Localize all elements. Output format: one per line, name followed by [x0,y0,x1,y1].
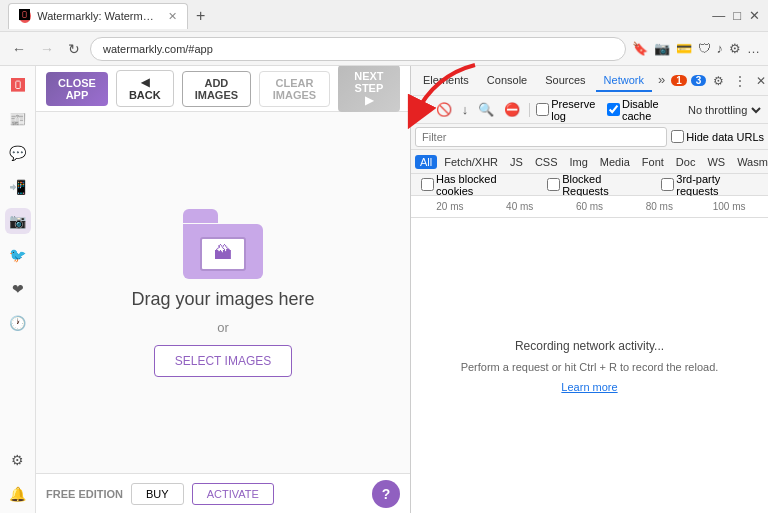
sidebar-messenger-icon[interactable]: 💬 [5,140,31,166]
help-button[interactable]: ? [372,480,400,508]
close-button[interactable]: ✕ [749,8,760,23]
filter-fetch-xhr[interactable]: Fetch/XHR [439,155,503,169]
filter-button[interactable]: ⛔ [501,101,523,118]
has-blocked-cookies-checkbox[interactable] [421,178,434,191]
blocked-requests-checkbox[interactable] [547,178,560,191]
opera-sidebar: 🅾 📰 💬 📲 📷 🐦 ❤ 🕐 ⚙ 🔔 [0,66,36,513]
sidebar-notification-icon[interactable]: 🔔 [5,481,31,507]
filter-input[interactable] [415,127,667,147]
disable-cache-checkbox[interactable] [607,103,620,116]
devtools-panel: Elements Console Sources Network » 1 3 ⚙… [410,66,768,513]
select-images-button[interactable]: SELECT IMAGES [154,345,292,377]
sidebar-twitter-icon[interactable]: 🐦 [5,242,31,268]
sidebar-heart-icon[interactable]: ❤ [5,276,31,302]
filter-css[interactable]: CSS [530,155,563,169]
buy-button[interactable]: BUY [131,483,184,505]
close-app-button[interactable]: CLOSE APP [46,72,108,106]
filter-ws[interactable]: WS [702,155,730,169]
devtools-filter-types: All Fetch/XHR JS CSS Img Media Font Doc … [411,150,768,174]
filter-media[interactable]: Media [595,155,635,169]
record-button[interactable]: ● [415,101,429,118]
filter-js[interactable]: JS [505,155,528,169]
import-button[interactable]: ↓ [459,101,472,118]
devtools-toolbar: ● 🚫 ↓ 🔍 ⛔ Preserve log Disable cache No … [411,96,768,124]
activate-button[interactable]: ACTIVATE [192,483,274,505]
content-area: 🅾 📰 💬 📲 📷 🐦 ❤ 🕐 ⚙ 🔔 CLOSE APP ◀ BACK ADD… [0,66,768,513]
tab-close-icon[interactable]: ✕ [168,10,177,23]
sidebar-history-icon[interactable]: 🕐 [5,310,31,336]
new-tab-button[interactable]: + [192,7,209,25]
devtools-filter-row: Hide data URLs [411,124,768,150]
network-empty-area: Recording network activity... Perform a … [411,218,768,513]
app-main: 🏔 Drag your images here or SELECT IMAGES [36,112,410,473]
has-blocked-cookies-label[interactable]: Has blocked cookies [421,173,535,197]
disable-cache-label[interactable]: Disable cache [607,98,680,122]
address-bar: ← → ↻ 🔖 📷 💳 🛡 ♪ ⚙ … [0,32,768,66]
preserve-log-label[interactable]: Preserve log [536,98,603,122]
reload-button[interactable]: ↻ [64,39,84,59]
preserve-log-checkbox[interactable] [536,103,549,116]
browser-frame: 🅾 Watermarkly: Watermark P... ✕ + — □ ✕ … [0,0,768,513]
clear-network-button[interactable]: 🚫 [433,101,455,118]
tab-favicon: 🅾 [19,9,31,23]
search-network-button[interactable]: 🔍 [475,101,497,118]
sidebar-instagram-icon[interactable]: 📷 [5,208,31,234]
hide-data-urls-checkbox[interactable] [671,130,684,143]
devtools-blocked-row: Has blocked cookies Blocked Requests 3rd… [411,174,768,196]
minimize-button[interactable]: — [712,8,725,23]
devtools-tab-more[interactable]: » [654,70,669,91]
more-icon[interactable]: … [747,41,760,56]
settings-icon[interactable]: ⚙ [729,41,741,56]
tab-label: Watermarkly: Watermark P... [37,10,158,22]
sidebar-home-icon[interactable]: 🅾 [5,72,31,98]
address-input[interactable] [90,37,626,61]
hide-data-urls-label[interactable]: Hide data URLs [671,130,764,143]
app-toolbar: CLOSE APP ◀ BACK ADD IMAGES CLEAR IMAGES… [36,66,410,112]
devtools-tab-console[interactable]: Console [479,70,535,92]
learn-more-link[interactable]: Learn more [561,381,617,393]
throttle-select[interactable]: No throttling [684,103,764,117]
devtools-tab-sources[interactable]: Sources [537,70,593,92]
devtools-settings-icon[interactable]: ⚙ [710,72,727,90]
filter-wasm[interactable]: Wasm [732,155,768,169]
filter-all[interactable]: All [415,155,437,169]
third-party-requests-label[interactable]: 3rd-party requests [661,173,764,197]
wallet-icon[interactable]: 💳 [676,41,692,56]
devtools-more-icon[interactable]: ⋮ [731,72,749,90]
browser-tab[interactable]: 🅾 Watermarkly: Watermark P... ✕ [8,3,188,29]
blocked-requests-label[interactable]: Blocked Requests [547,173,649,197]
sidebar-news-icon[interactable]: 📰 [5,106,31,132]
next-step-button: NEXT STEP ▶ [338,66,400,112]
title-bar-icons: — □ ✕ [712,8,760,23]
drop-or-label: or [217,320,229,335]
add-images-button[interactable]: ADD IMAGES [182,71,251,107]
sidebar-settings-icon[interactable]: ⚙ [5,447,31,473]
devtools-tab-network[interactable]: Network [596,70,652,92]
screenshot-icon[interactable]: 📷 [654,41,670,56]
music-icon[interactable]: ♪ [717,41,724,56]
back-app-button[interactable]: ◀ BACK [116,70,174,107]
forward-button[interactable]: → [36,39,58,59]
timeline-40ms: 40 ms [485,201,555,212]
vpn-icon[interactable]: 🛡 [698,41,711,56]
drop-zone-heading: Drag your images here [131,289,314,310]
devtools-tab-elements[interactable]: Elements [415,70,477,92]
title-bar: 🅾 Watermarkly: Watermark P... ✕ + — □ ✕ [0,0,768,32]
drop-zone: 🏔 Drag your images here or SELECT IMAGES [131,209,314,377]
separator-1 [529,103,530,117]
tab-bar: 🅾 Watermarkly: Watermark P... ✕ + [8,3,706,29]
timeline-60ms: 60 ms [555,201,625,212]
bookmark-icon[interactable]: 🔖 [632,41,648,56]
maximize-button[interactable]: □ [733,8,741,23]
folder-tab [183,209,218,223]
folder-image-preview: 🏔 [200,237,246,271]
third-party-requests-checkbox[interactable] [661,178,674,191]
devtools-close-icon[interactable]: ✕ [753,72,768,90]
back-button[interactable]: ← [8,39,30,59]
filter-font[interactable]: Font [637,155,669,169]
edition-label: FREE EDITION [46,488,123,500]
sidebar-whatsapp-icon[interactable]: 📲 [5,174,31,200]
devtools-tab-actions: 1 3 ⚙ ⋮ ✕ [671,72,768,90]
filter-doc[interactable]: Doc [671,155,701,169]
filter-img[interactable]: Img [565,155,593,169]
